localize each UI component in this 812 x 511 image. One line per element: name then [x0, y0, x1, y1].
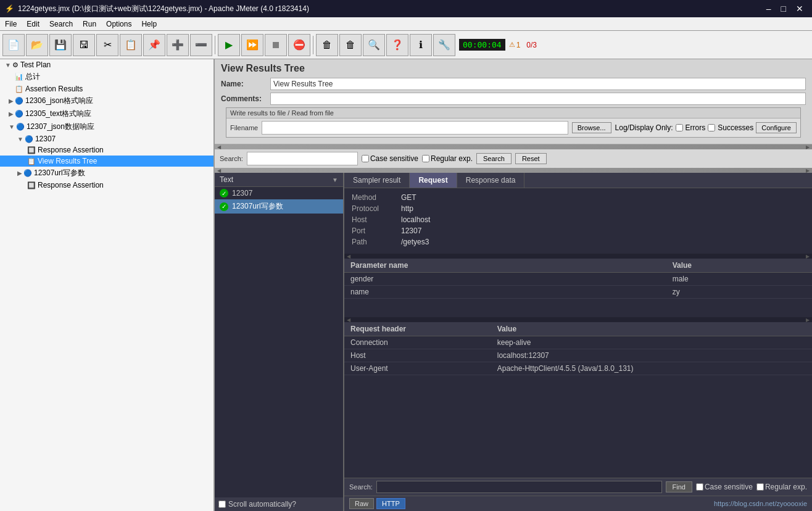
search-button[interactable]: 🔍: [363, 34, 385, 56]
header-value-header: Value: [491, 322, 812, 336]
plugin-button[interactable]: 🔧: [433, 34, 455, 56]
menu-options[interactable]: Options: [101, 19, 136, 30]
http-button[interactable]: HTTP: [376, 498, 405, 509]
tab-request[interactable]: Request: [410, 173, 457, 188]
param-row-gender: gender male: [344, 273, 812, 286]
raw-button[interactable]: Raw: [349, 498, 374, 509]
param-row-name: name zy: [344, 286, 812, 299]
reset-button[interactable]: Reset: [515, 153, 547, 164]
text-list-item-12307url[interactable]: ✓ 12307url写参数: [215, 199, 343, 214]
maximize-button[interactable]: □: [777, 2, 790, 15]
bottom-regex-checkbox[interactable]: [756, 483, 764, 491]
stop-button[interactable]: ⏹: [265, 34, 287, 56]
tree-item-12307[interactable]: ▼ 🔵 12307: [0, 133, 213, 144]
header-row-host: Host localhost:12307: [344, 349, 812, 362]
find-button[interactable]: Find: [666, 481, 692, 492]
path-key: Path: [352, 238, 401, 246]
tree-label-view-results-tree: View Results Tree: [38, 157, 97, 165]
filename-label: Filename: [230, 124, 258, 131]
configure-button[interactable]: Configure: [756, 122, 797, 133]
tree-item-response-assertion2[interactable]: 🔲 Response Assertion: [0, 180, 213, 191]
add-button[interactable]: ➕: [167, 34, 189, 56]
param-name-name: name: [344, 286, 666, 299]
bottom-bar: Raw HTTP https://blog.csdn.net/zyooooxie: [344, 496, 812, 511]
port-key: Port: [352, 226, 401, 235]
bottom-search-label: Search:: [349, 483, 373, 491]
cut-button[interactable]: ✂: [96, 34, 118, 56]
tree-item-assertion-results[interactable]: 📋 Assertion Results: [0, 83, 213, 94]
protocol-value: http: [401, 204, 413, 213]
expand-12305text[interactable]: ▶: [9, 110, 14, 117]
expand-12307json[interactable]: ▼: [9, 123, 15, 130]
clearall-button[interactable]: 🗑: [339, 34, 362, 56]
method-value: GET: [401, 193, 416, 202]
expand-12307url[interactable]: ▶: [17, 170, 22, 177]
header-row-useragent: User-Agent Apache-HttpClient/4.5.5 (Java…: [344, 362, 812, 375]
comments-input[interactable]: [270, 93, 806, 105]
tree-item-12306json[interactable]: ▶ 🔵 12306_json格式响应: [0, 94, 213, 107]
text-list-item-12307[interactable]: ✓ 12307: [215, 187, 343, 199]
param-name-gender: gender: [344, 273, 666, 286]
browse-button[interactable]: Browse...: [572, 122, 611, 133]
search-button[interactable]: Search: [476, 153, 512, 164]
bottom-case-checkbox[interactable]: [696, 483, 703, 491]
info-button[interactable]: ℹ: [410, 34, 432, 56]
new-button[interactable]: 📄: [2, 34, 25, 56]
menu-help[interactable]: Help: [136, 19, 162, 30]
tab-response-data[interactable]: Response data: [457, 173, 525, 188]
menu-edit[interactable]: Edit: [22, 19, 44, 30]
minimize-button[interactable]: –: [763, 2, 775, 15]
expand-12306json[interactable]: ▶: [9, 98, 14, 104]
tree-item-view-results-tree[interactable]: 📋 View Results Tree: [0, 156, 213, 167]
expand-12307[interactable]: ▼: [17, 136, 23, 143]
close-button[interactable]: ✕: [792, 2, 807, 15]
successes-label: Successes: [718, 123, 753, 132]
tree-item-zongji[interactable]: 📊 总计: [0, 70, 213, 83]
status-dot-12307: ✓: [220, 189, 228, 197]
menu-file[interactable]: File: [0, 19, 22, 30]
save-button[interactable]: 💾: [49, 34, 72, 56]
tree-item-12307json[interactable]: ▼ 🔵 12307_json数据响应: [0, 120, 213, 133]
start-no-pause[interactable]: ⏩: [241, 34, 263, 56]
search-input[interactable]: [247, 152, 358, 165]
shutdown-button[interactable]: ⛔: [288, 34, 310, 56]
saveas-button[interactable]: 🖫: [73, 34, 95, 56]
successes-checkbox[interactable]: [708, 124, 715, 131]
copy-button[interactable]: 📋: [120, 34, 142, 56]
zongji-icon: 📊: [15, 73, 23, 81]
12307-icon: 🔵: [25, 135, 33, 143]
paste-button[interactable]: 📌: [143, 34, 165, 56]
auto-scroll-checkbox[interactable]: [218, 501, 226, 508]
help-button[interactable]: ❓: [386, 34, 408, 56]
case-sensitive-checkbox[interactable]: [362, 155, 369, 162]
req-field-port: Port 12307: [352, 226, 805, 235]
menu-search[interactable]: Search: [44, 19, 78, 30]
tree-item-test-plan[interactable]: ▼ ⚙ Test Plan: [0, 59, 213, 70]
regular-exp-checkbox[interactable]: [422, 155, 429, 162]
run-button[interactable]: ▶: [218, 34, 240, 56]
regular-exp-label: Regular exp.: [431, 154, 473, 163]
host-value: localhost: [401, 215, 430, 224]
remove-button[interactable]: ➖: [190, 34, 212, 56]
filename-input[interactable]: [262, 121, 568, 135]
menu-run[interactable]: Run: [78, 19, 101, 30]
open-button[interactable]: 📂: [26, 34, 48, 56]
tab-sampler-result[interactable]: Sampler result: [344, 173, 410, 188]
param-value-gender: male: [666, 273, 812, 286]
name-input[interactable]: [270, 78, 806, 90]
expand-icon-test-plan[interactable]: ▼: [5, 62, 11, 69]
results-split: Text ▼ ✓ 12307 ✓ 12307url写参数 Scroll auto…: [215, 173, 812, 511]
header-row-connection: Connection keep-alive: [344, 336, 812, 349]
path-value: /getyes3: [401, 238, 429, 246]
header-value-connection: keep-alive: [491, 336, 812, 349]
clear-button[interactable]: 🗑: [316, 34, 338, 56]
bottom-spacer: [344, 375, 812, 478]
errors-checkbox[interactable]: [676, 124, 683, 131]
bottom-search-bar: Search: Find Case sensitive Regular exp.: [344, 478, 812, 496]
tree-item-12307url[interactable]: ▶ 🔵 12307url写参数: [0, 167, 213, 180]
tree-item-response-assertion[interactable]: 🔲 Response Assertion: [0, 144, 213, 156]
headers-table: Request header Value Connection keep-ali…: [344, 322, 812, 375]
text-list-label: Text: [220, 175, 233, 184]
tree-item-12305text[interactable]: ▶ 🔵 12305_text格式响应: [0, 107, 213, 120]
bottom-search-input[interactable]: [376, 481, 662, 493]
